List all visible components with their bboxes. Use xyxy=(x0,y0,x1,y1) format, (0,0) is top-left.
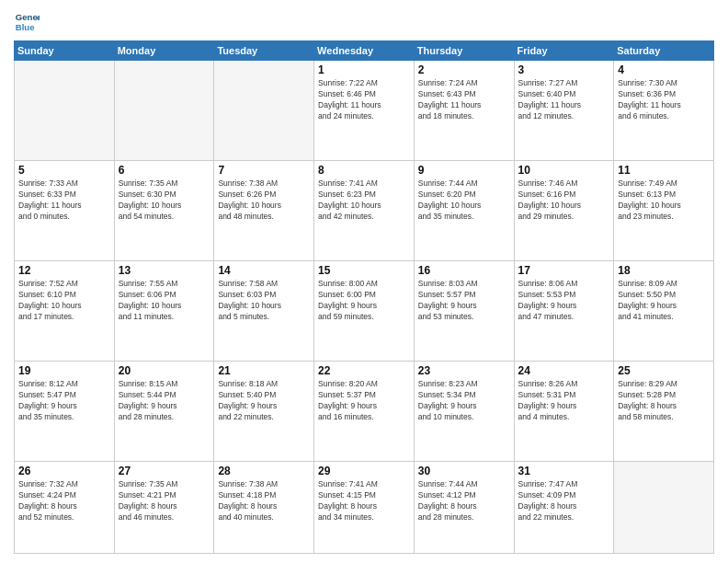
weekday-header-row: SundayMondayTuesdayWednesdayThursdayFrid… xyxy=(15,41,714,61)
calendar-cell: 14Sunrise: 7:58 AM Sunset: 6:03 PM Dayli… xyxy=(214,261,314,362)
day-number: 26 xyxy=(18,465,110,477)
day-number: 23 xyxy=(418,364,510,377)
day-number: 21 xyxy=(218,364,310,377)
day-info: Sunrise: 7:38 AM Sunset: 4:18 PM Dayligh… xyxy=(218,479,310,523)
day-number: 27 xyxy=(119,465,210,477)
day-number: 9 xyxy=(418,164,510,177)
calendar-cell xyxy=(114,61,214,161)
calendar-cell: 2Sunrise: 7:24 AM Sunset: 6:43 PM Daylig… xyxy=(414,61,514,161)
day-info: Sunrise: 7:44 AM Sunset: 4:12 PM Dayligh… xyxy=(418,479,510,523)
calendar-cell: 26Sunrise: 7:32 AM Sunset: 4:24 PM Dayli… xyxy=(15,462,115,554)
weekday-header-saturday: Saturday xyxy=(614,41,714,61)
calendar-cell: 5Sunrise: 7:33 AM Sunset: 6:33 PM Daylig… xyxy=(15,161,115,261)
calendar-week-1: 1Sunrise: 7:22 AM Sunset: 6:46 PM Daylig… xyxy=(15,61,714,161)
calendar-cell: 15Sunrise: 8:00 AM Sunset: 6:00 PM Dayli… xyxy=(314,261,415,362)
day-info: Sunrise: 7:58 AM Sunset: 6:03 PM Dayligh… xyxy=(218,279,310,323)
calendar-cell: 28Sunrise: 7:38 AM Sunset: 4:18 PM Dayli… xyxy=(214,462,314,554)
day-number: 11 xyxy=(618,164,710,177)
day-info: Sunrise: 7:32 AM Sunset: 4:24 PM Dayligh… xyxy=(18,479,110,523)
calendar-cell: 29Sunrise: 7:41 AM Sunset: 4:15 PM Dayli… xyxy=(314,462,415,554)
calendar-cell: 21Sunrise: 8:18 AM Sunset: 5:40 PM Dayli… xyxy=(214,362,314,462)
calendar-cell: 23Sunrise: 8:23 AM Sunset: 5:34 PM Dayli… xyxy=(414,362,514,462)
day-info: Sunrise: 8:23 AM Sunset: 5:34 PM Dayligh… xyxy=(418,379,510,423)
calendar-cell: 9Sunrise: 7:44 AM Sunset: 6:20 PM Daylig… xyxy=(414,161,514,261)
day-number: 19 xyxy=(18,364,110,377)
day-number: 7 xyxy=(218,164,310,177)
day-info: Sunrise: 7:55 AM Sunset: 6:06 PM Dayligh… xyxy=(119,279,210,323)
day-info: Sunrise: 7:30 AM Sunset: 6:36 PM Dayligh… xyxy=(618,78,710,122)
day-info: Sunrise: 7:35 AM Sunset: 6:30 PM Dayligh… xyxy=(119,178,210,223)
calendar-cell: 4Sunrise: 7:30 AM Sunset: 6:36 PM Daylig… xyxy=(614,61,714,161)
page: General Blue SundayMondayTuesdayWednesda… xyxy=(0,0,728,563)
day-info: Sunrise: 8:18 AM Sunset: 5:40 PM Dayligh… xyxy=(218,379,310,423)
day-number: 3 xyxy=(518,63,610,76)
day-info: Sunrise: 7:35 AM Sunset: 4:21 PM Dayligh… xyxy=(119,479,210,523)
day-info: Sunrise: 7:41 AM Sunset: 6:23 PM Dayligh… xyxy=(318,178,410,223)
day-info: Sunrise: 7:24 AM Sunset: 6:43 PM Dayligh… xyxy=(418,78,510,122)
calendar-cell: 6Sunrise: 7:35 AM Sunset: 6:30 PM Daylig… xyxy=(114,161,214,261)
day-number: 31 xyxy=(518,465,610,477)
logo: General Blue xyxy=(14,9,40,35)
day-number: 24 xyxy=(518,364,610,377)
weekday-header-wednesday: Wednesday xyxy=(314,41,415,61)
day-info: Sunrise: 8:26 AM Sunset: 5:31 PM Dayligh… xyxy=(518,379,610,423)
day-number: 22 xyxy=(318,364,410,377)
calendar-week-5: 26Sunrise: 7:32 AM Sunset: 4:24 PM Dayli… xyxy=(15,462,714,554)
calendar-week-2: 5Sunrise: 7:33 AM Sunset: 6:33 PM Daylig… xyxy=(15,161,714,261)
day-number: 6 xyxy=(119,164,210,177)
calendar-week-3: 12Sunrise: 7:52 AM Sunset: 6:10 PM Dayli… xyxy=(15,261,714,362)
header: General Blue xyxy=(14,9,714,35)
day-info: Sunrise: 8:09 AM Sunset: 5:50 PM Dayligh… xyxy=(618,279,710,323)
calendar-cell xyxy=(15,61,115,161)
weekday-header-friday: Friday xyxy=(514,41,614,61)
calendar-cell: 7Sunrise: 7:38 AM Sunset: 6:26 PM Daylig… xyxy=(214,161,314,261)
calendar-cell xyxy=(614,462,714,554)
day-info: Sunrise: 7:27 AM Sunset: 6:40 PM Dayligh… xyxy=(518,78,610,122)
calendar-cell: 1Sunrise: 7:22 AM Sunset: 6:46 PM Daylig… xyxy=(314,61,415,161)
day-number: 17 xyxy=(518,264,610,277)
day-info: Sunrise: 7:33 AM Sunset: 6:33 PM Dayligh… xyxy=(18,178,110,223)
calendar-cell: 13Sunrise: 7:55 AM Sunset: 6:06 PM Dayli… xyxy=(114,261,214,362)
calendar-cell: 19Sunrise: 8:12 AM Sunset: 5:47 PM Dayli… xyxy=(15,362,115,462)
calendar-cell: 18Sunrise: 8:09 AM Sunset: 5:50 PM Dayli… xyxy=(614,261,714,362)
day-info: Sunrise: 8:29 AM Sunset: 5:28 PM Dayligh… xyxy=(618,379,710,423)
calendar-cell: 17Sunrise: 8:06 AM Sunset: 5:53 PM Dayli… xyxy=(514,261,614,362)
day-info: Sunrise: 7:38 AM Sunset: 6:26 PM Dayligh… xyxy=(218,178,310,223)
logo-icon: General Blue xyxy=(14,9,40,35)
calendar-cell: 12Sunrise: 7:52 AM Sunset: 6:10 PM Dayli… xyxy=(15,261,115,362)
day-number: 4 xyxy=(618,63,710,76)
day-info: Sunrise: 7:41 AM Sunset: 4:15 PM Dayligh… xyxy=(318,479,410,523)
weekday-header-monday: Monday xyxy=(114,41,214,61)
day-info: Sunrise: 7:22 AM Sunset: 6:46 PM Dayligh… xyxy=(318,78,410,122)
calendar-cell: 25Sunrise: 8:29 AM Sunset: 5:28 PM Dayli… xyxy=(614,362,714,462)
day-number: 20 xyxy=(119,364,210,377)
calendar-cell: 30Sunrise: 7:44 AM Sunset: 4:12 PM Dayli… xyxy=(414,462,514,554)
day-info: Sunrise: 7:47 AM Sunset: 4:09 PM Dayligh… xyxy=(518,479,610,523)
day-info: Sunrise: 8:20 AM Sunset: 5:37 PM Dayligh… xyxy=(318,379,410,423)
day-info: Sunrise: 8:00 AM Sunset: 6:00 PM Dayligh… xyxy=(318,279,410,323)
day-number: 5 xyxy=(18,164,110,177)
day-info: Sunrise: 7:44 AM Sunset: 6:20 PM Dayligh… xyxy=(418,178,510,223)
calendar-cell: 22Sunrise: 8:20 AM Sunset: 5:37 PM Dayli… xyxy=(314,362,415,462)
weekday-header-thursday: Thursday xyxy=(414,41,514,61)
day-number: 18 xyxy=(618,264,710,277)
day-number: 2 xyxy=(418,63,510,76)
day-info: Sunrise: 7:46 AM Sunset: 6:16 PM Dayligh… xyxy=(518,178,610,223)
day-number: 10 xyxy=(518,164,610,177)
day-number: 25 xyxy=(618,364,710,377)
calendar-cell: 11Sunrise: 7:49 AM Sunset: 6:13 PM Dayli… xyxy=(614,161,714,261)
day-number: 29 xyxy=(318,465,410,477)
day-number: 13 xyxy=(119,264,210,277)
day-info: Sunrise: 7:52 AM Sunset: 6:10 PM Dayligh… xyxy=(18,279,110,323)
day-number: 12 xyxy=(18,264,110,277)
calendar-cell: 16Sunrise: 8:03 AM Sunset: 5:57 PM Dayli… xyxy=(414,261,514,362)
calendar-cell: 27Sunrise: 7:35 AM Sunset: 4:21 PM Dayli… xyxy=(114,462,214,554)
day-info: Sunrise: 8:12 AM Sunset: 5:47 PM Dayligh… xyxy=(18,379,110,423)
day-number: 8 xyxy=(318,164,410,177)
day-info: Sunrise: 7:49 AM Sunset: 6:13 PM Dayligh… xyxy=(618,178,710,223)
day-number: 16 xyxy=(418,264,510,277)
calendar-cell: 8Sunrise: 7:41 AM Sunset: 6:23 PM Daylig… xyxy=(314,161,415,261)
calendar-table: SundayMondayTuesdayWednesdayThursdayFrid… xyxy=(14,40,714,554)
calendar-cell: 3Sunrise: 7:27 AM Sunset: 6:40 PM Daylig… xyxy=(514,61,614,161)
day-info: Sunrise: 8:03 AM Sunset: 5:57 PM Dayligh… xyxy=(418,279,510,323)
